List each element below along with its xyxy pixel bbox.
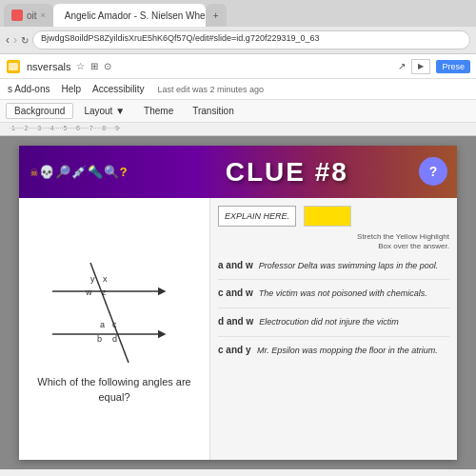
- svg-text:w: w: [85, 288, 92, 297]
- ruler: ·1·····2·····3·····4·····5·····6·····7··…: [0, 123, 476, 136]
- answer-row-3: d and w Electrocution did not injure the…: [218, 316, 449, 337]
- forward-icon[interactable]: ›: [13, 33, 17, 47]
- tab-close-1[interactable]: ×: [41, 10, 46, 20]
- addons-menu[interactable]: s Add-ons: [6, 83, 51, 95]
- tab-theme[interactable]: Theme: [135, 103, 182, 119]
- angle-label-4: c and y: [218, 345, 251, 355]
- tab-active[interactable]: Angelic Amador - S. Nielsen Whe... ×: [53, 4, 206, 27]
- help-menu[interactable]: Help: [59, 83, 83, 95]
- tab-transition[interactable]: Transition: [184, 103, 243, 119]
- tab-new[interactable]: +: [206, 4, 227, 27]
- svg-text:c: c: [112, 320, 117, 329]
- tab-favicon-1: [11, 10, 23, 21]
- slides-toolbar: nsversals ☆ ⊞ ⊙ ↗ ▶ Prese: [0, 54, 476, 79]
- mystery-text: ☠💀🔎💉🔦🔍?: [30, 165, 129, 180]
- svg-text:z: z: [102, 288, 107, 297]
- svg-text:b: b: [97, 334, 102, 344]
- slide-header-left: ☠💀🔎💉🔦🔍?: [30, 165, 129, 180]
- angle-label-3: d and w: [218, 316, 253, 327]
- slide-left: y x w z a c b d Which of the following a…: [19, 198, 209, 460]
- slide: ☠💀🔎💉🔦🔍? CLUE #8 ?: [19, 146, 457, 460]
- address-text: BjwdgS8oildPS8ZyildisXruE5hK6Qf57Q/edit#…: [41, 33, 319, 43]
- answer-text-3: Electrocution did not injure the victim: [259, 316, 399, 328]
- slide-header: ☠💀🔎💉🔦🔍? CLUE #8 ?: [19, 146, 457, 198]
- answer-text-4: Mr. Epsilon was mopping the floor in the…: [257, 345, 438, 357]
- last-edit-label: Last edit was 2 minutes ago: [158, 85, 265, 94]
- star-icon[interactable]: ☆: [76, 61, 85, 71]
- accessibility-menu[interactable]: Accessibility: [90, 83, 146, 95]
- angle-label-1: a and w: [218, 260, 253, 270]
- svg-rect-1: [9, 63, 18, 70]
- expand-icon[interactable]: ↗: [398, 61, 406, 71]
- svg-text:x: x: [103, 274, 108, 284]
- svg-text:d: d: [112, 334, 117, 344]
- angle-label-2: c and w: [218, 288, 253, 298]
- tab-background[interactable]: Background: [6, 103, 73, 119]
- answer-text-2: The victim was not poisoned with chemica…: [259, 288, 427, 300]
- svg-text:y: y: [90, 274, 95, 284]
- tab-label-1: oit: [27, 10, 37, 21]
- question-mark-circle: ?: [419, 157, 447, 186]
- present-button[interactable]: Prese: [436, 60, 470, 73]
- svg-line-4: [90, 263, 129, 363]
- tab-label-3: +: [213, 10, 219, 21]
- share-icon[interactable]: ⊙: [104, 61, 111, 71]
- slides-logo-icon: [6, 59, 21, 74]
- slide-right: EXPLAIN HERE. Stretch the Yellow Highlig…: [209, 198, 457, 460]
- back-icon[interactable]: ‹: [6, 33, 10, 47]
- answer-row-1: a and w Professor Delta was swimming lap…: [218, 260, 449, 281]
- clue-title: CLUE #8: [226, 157, 348, 188]
- ruler-marks: ·1·····2·····3·····4·····5·····6·····7··…: [0, 123, 476, 135]
- question-text: Which of the following angles are equal?: [29, 375, 200, 405]
- address-bar: ‹ › ↻ BjwdgS8oildPS8ZyildisXruE5hK6Qf57Q…: [0, 27, 476, 53]
- slideshow-icon[interactable]: ▶: [411, 59, 430, 74]
- slide-body: y x w z a c b d Which of the following a…: [19, 198, 457, 460]
- refresh-icon[interactable]: ↻: [21, 35, 29, 46]
- answer-row-4: c and y Mr. Epsilon was mopping the floo…: [218, 345, 449, 365]
- answer-row-2: c and w The victim was not poisoned with…: [218, 288, 449, 308]
- explain-placeholder-text: EXPLAIN HERE.: [225, 211, 289, 221]
- answer-text-1: Professor Delta was swimming laps in the…: [259, 260, 439, 272]
- folder-icon[interactable]: ⊞: [90, 61, 98, 71]
- address-input[interactable]: BjwdgS8oildPS8ZyildisXruE5hK6Qf57Q/edit#…: [32, 30, 470, 50]
- yellow-highlight-box: [304, 206, 351, 227]
- slide-canvas: ☠💀🔎💉🔦🔍? CLUE #8 ?: [0, 136, 476, 469]
- pres-tabs: Background Layout ▼ Theme Transition: [0, 100, 476, 123]
- explain-box: EXPLAIN HERE.: [218, 206, 449, 227]
- menu-bar: s Add-ons Help Accessibility Last edit w…: [0, 79, 476, 100]
- file-title[interactable]: nsversals: [27, 61, 70, 72]
- browser-chrome: oit × Angelic Amador - S. Nielsen Whe...…: [0, 0, 476, 54]
- tab-label-2: Angelic Amador - S. Nielsen Whe...: [65, 10, 206, 21]
- tab-layout[interactable]: Layout ▼: [75, 103, 133, 119]
- explain-label: EXPLAIN HERE.: [218, 206, 296, 227]
- tab-inactive-1[interactable]: oit ×: [4, 4, 53, 27]
- stretch-instruction: Stretch the Yellow Highlight Box over th…: [218, 232, 449, 252]
- geometry-diagram: y x w z a c b d: [38, 253, 190, 367]
- svg-text:a: a: [100, 320, 105, 329]
- angles-svg: y x w z a c b d: [38, 253, 190, 367]
- tab-bar: oit × Angelic Amador - S. Nielsen Whe...…: [0, 0, 476, 27]
